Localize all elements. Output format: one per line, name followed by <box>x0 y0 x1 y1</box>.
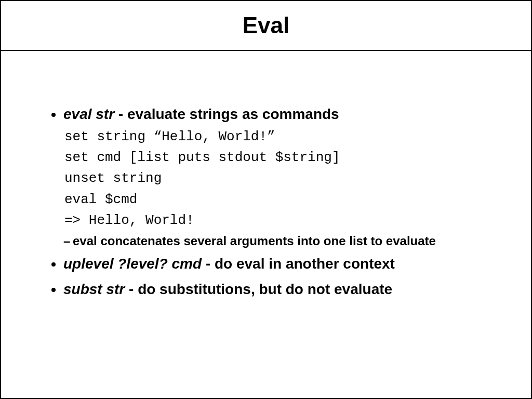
bullet-uplevel: uplevel ?level? cmd - do eval in another… <box>63 252 489 276</box>
code-line: set cmd [list puts stdout $string] <box>64 147 489 168</box>
sub-bullet: –eval concatenates several arguments int… <box>63 232 489 250</box>
slide-title: Eval <box>243 12 290 38</box>
slide: Eval eval str - evaluate strings as comm… <box>0 0 532 399</box>
code-line: set string “Hello, World!” <box>64 126 489 147</box>
code-line: unset string <box>64 168 489 189</box>
code-line: eval $cmd <box>64 189 489 210</box>
title-bar: Eval <box>1 1 531 51</box>
bullet-desc: - evaluate strings as commands <box>114 106 339 122</box>
bullet-desc: - do substitutions, but do not evaluate <box>125 281 392 297</box>
bullet-eval: eval str - evaluate strings as commands … <box>63 103 489 250</box>
slide-content: eval str - evaluate strings as commands … <box>1 51 531 324</box>
code-line: => Hello, World! <box>64 210 489 231</box>
bullet-cmd: subst str <box>63 281 125 297</box>
bullet-cmd: eval str <box>63 106 114 122</box>
bullet-subst: subst str - do substitutions, but do not… <box>63 278 489 301</box>
bullet-desc: - do eval in another context <box>202 256 395 272</box>
bullet-cmd: uplevel ?level? cmd <box>63 256 202 272</box>
